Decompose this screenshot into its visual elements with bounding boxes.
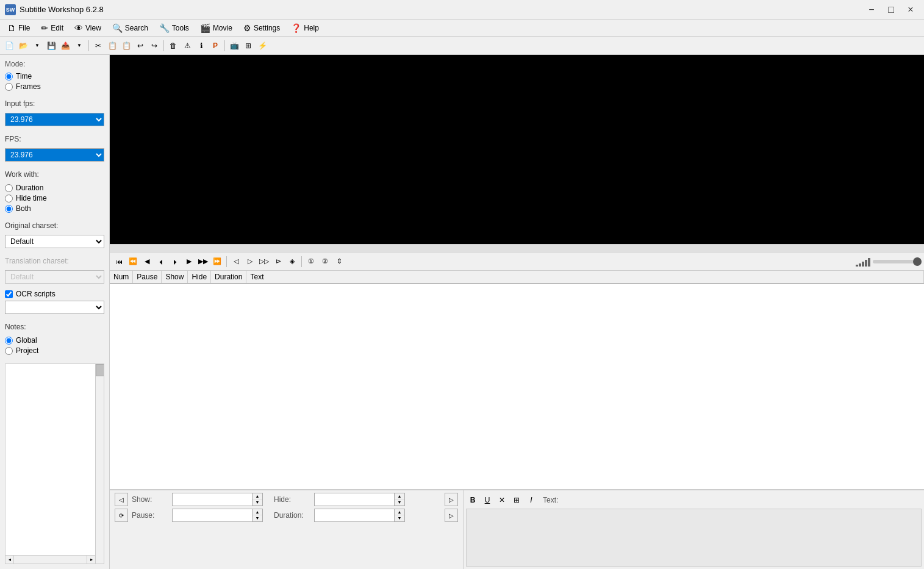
menu-search[interactable]: 🔍 Search [107,21,153,35]
media-sub-show[interactable]: ▷ [243,255,257,268]
fps-select[interactable]: 23.976 24 25 29.97 30 [5,148,104,162]
media-prev-frame[interactable]: ⏮ [112,255,126,268]
toolbar-new[interactable]: 📄 [2,39,16,52]
notes-project-radio[interactable] [5,347,13,355]
media-list-2[interactable]: ② [318,255,332,268]
mode-frames-radio[interactable] [5,83,13,91]
input-fps-select[interactable]: 23.976 24 25 29.97 30 [5,113,104,126]
toolbar-delete[interactable]: 🗑 [167,39,180,52]
media-sub-hide[interactable]: ⊳ [271,255,285,268]
pause-nav-btn[interactable]: ⟳ [115,509,128,522]
media-fast-forward[interactable]: ⏩ [210,255,224,268]
media-play[interactable]: ▶ [182,255,196,268]
toolbar-save-dropdown[interactable]: ▼ [73,39,86,52]
show-spin-up[interactable]: ▲ [252,493,262,499]
scrubber-bar[interactable] [110,244,924,252]
col-text[interactable]: Text [246,271,924,284]
strikethrough-button[interactable]: ✕ [495,493,509,507]
ocr-scripts-select[interactable] [5,301,104,314]
mode-frames-item[interactable]: Frames [5,82,104,91]
col-num[interactable]: Num [110,271,133,284]
menu-view[interactable]: 👁 View [70,21,106,35]
col-show[interactable]: Show [162,271,188,284]
media-step-back[interactable]: ◀ [140,255,154,268]
col-duration[interactable]: Duration [211,271,246,284]
media-prev[interactable]: ⏴ [154,255,168,268]
hide-spin-down[interactable]: ▼ [395,499,404,506]
italic-button[interactable]: I [525,493,538,507]
media-sub-next[interactable]: ▷▷ [257,255,271,268]
table-button[interactable]: ⊞ [510,493,523,507]
mode-time-item[interactable]: Time [5,72,104,81]
work-hidetime-radio[interactable] [5,195,13,202]
toolbar-grid[interactable]: ⊞ [242,39,255,52]
toolbar-undo[interactable]: ↩ [134,39,147,52]
bold-button[interactable]: B [466,493,479,507]
toolbar-cut[interactable]: ✂ [91,39,105,52]
col-hide[interactable]: Hide [188,271,211,284]
subtitle-text-input[interactable] [466,509,922,567]
toolbar-warn[interactable]: ⚠ [181,39,194,52]
show-prev-btn[interactable]: ◁ [115,493,128,506]
media-list-1[interactable]: ① [304,255,318,268]
toolbar-lightning[interactable]: ⚡ [256,39,269,52]
volume-slider[interactable] [873,260,922,263]
media-next[interactable]: ⏵ [168,255,182,268]
ocr-scripts-checkbox[interactable] [5,290,13,298]
media-rewind[interactable]: ⏪ [126,255,140,268]
duration-spin-up[interactable]: ▲ [395,509,404,515]
media-sub-prev[interactable]: ◁ [229,255,243,268]
notes-global-item[interactable]: Global [5,336,104,345]
menu-help[interactable]: ❓ Help [286,21,324,35]
toolbar-save-as[interactable]: 📤 [59,39,72,52]
hide-spin-up[interactable]: ▲ [395,493,404,499]
toolbar-paste[interactable]: 📋 [120,39,133,52]
notes-scroll-left[interactable]: ◂ [5,556,14,564]
work-duration-item[interactable]: Duration [5,184,104,192]
media-expand[interactable]: ⇕ [332,255,346,268]
work-duration-radio[interactable] [5,184,13,192]
work-hidetime-item[interactable]: Hide time [5,194,104,202]
underline-button[interactable]: U [481,493,494,507]
toolbar-p[interactable]: P [209,39,222,52]
ocr-scripts-item[interactable]: OCR scripts [5,290,104,298]
volume-slider-thumb[interactable] [913,257,922,266]
mode-time-radio[interactable] [5,73,13,81]
media-step-forward[interactable]: ▶▶ [196,255,210,268]
original-charset-select[interactable]: Default [5,235,104,248]
work-both-radio[interactable] [5,205,13,213]
toolbar-open[interactable]: 📂 [16,39,30,52]
show-hide-right-btn[interactable]: ▷ [445,493,458,506]
duration-input[interactable] [315,509,394,521]
menu-edit[interactable]: ✏ Edit [36,21,68,35]
menu-tools[interactable]: 🔧 Tools [154,21,194,35]
notes-global-radio[interactable] [5,337,13,345]
notes-project-item[interactable]: Project [5,346,104,355]
toolbar-redo[interactable]: ↪ [148,39,161,52]
notes-scroll-right[interactable]: ▸ [87,556,95,564]
col-pause[interactable]: Pause [133,271,162,284]
work-both-item[interactable]: Both [5,204,104,213]
duration-right-btn[interactable]: ▷ [445,509,458,522]
toolbar-save[interactable]: 💾 [45,39,58,52]
pause-spin-up[interactable]: ▲ [252,509,262,515]
menu-file[interactable]: 🗋 File [2,21,35,35]
hide-input[interactable] [315,493,394,506]
show-spin-down[interactable]: ▼ [252,499,262,506]
menu-movie[interactable]: 🎬 Movie [195,21,237,35]
minimize-button[interactable]: − [863,3,880,16]
duration-spin-down[interactable]: ▼ [395,515,404,521]
notes-scrollbar[interactable] [95,364,104,564]
media-mark[interactable]: ◈ [285,255,299,268]
pause-spin-down[interactable]: ▼ [252,515,262,521]
notes-scrollbar-thumb[interactable] [96,364,104,376]
toolbar-info[interactable]: ℹ [195,39,208,52]
toolbar-video[interactable]: 📺 [227,39,241,52]
pause-input[interactable] [173,509,252,521]
menu-settings[interactable]: ⚙ Settings [238,21,285,35]
maximize-button[interactable]: □ [883,3,900,16]
toolbar-open-dropdown[interactable]: ▼ [30,39,44,52]
close-button[interactable]: × [902,3,919,16]
show-input[interactable] [173,493,252,506]
toolbar-copy[interactable]: 📋 [106,39,119,52]
